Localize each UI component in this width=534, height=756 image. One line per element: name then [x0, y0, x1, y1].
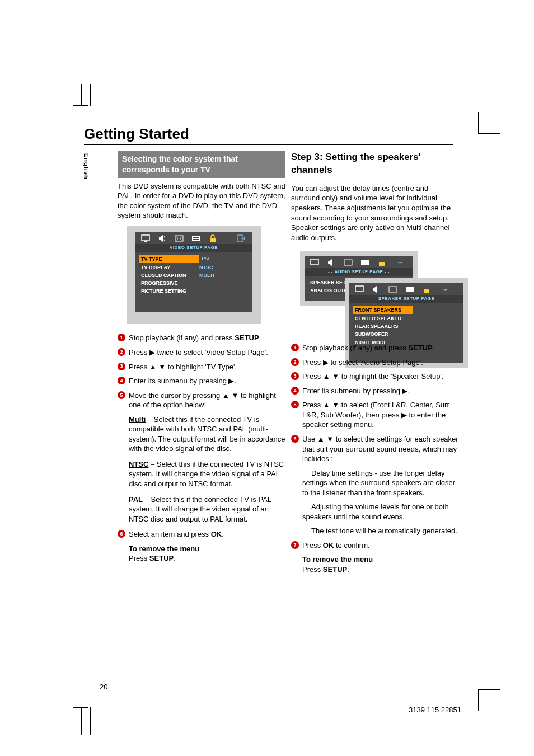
bullet-icon: 3	[291, 372, 299, 380]
right-icon: ▶	[402, 387, 407, 395]
osd-title: - - AUDIO SETUP PAGE - -	[305, 268, 413, 276]
step-text: Press	[302, 358, 323, 367]
adjust-text: Adjusting the volume levels for one or b…	[291, 502, 459, 522]
osd-label: PROGRESSIVE	[141, 280, 199, 287]
exit-icon	[394, 259, 403, 266]
option-text: – Select this if the connected TV is com…	[129, 415, 285, 453]
option-text: – Select this if the connected TV is PAL…	[129, 495, 271, 523]
osd-label: FRONT SPEAKERS	[355, 307, 401, 313]
steps-list: 1Stop playback (if any) and press SETUP.…	[118, 333, 285, 410]
crop-mark	[90, 84, 91, 106]
osd-row: TV TYPEPAL	[141, 255, 246, 264]
step-1: 1Stop playback (if any) and press SETUP.	[118, 333, 285, 343]
bullet-icon: 1	[118, 334, 125, 341]
remove-text: Press	[129, 554, 149, 562]
left-column: Selecting the color system that correspo…	[118, 151, 285, 569]
step-text: Press	[129, 348, 149, 356]
steps-list: 1Stop playback (if any) and press SETUP.…	[291, 343, 459, 463]
monitor-icon	[141, 234, 150, 242]
bullet-icon: 6	[291, 435, 299, 443]
option-label: NTSC	[129, 460, 148, 468]
updown-icon: ▲ ▼	[323, 372, 339, 381]
option-text: – Select this if the connected TV is NTS…	[129, 460, 284, 488]
osd-row: PICTURE SETTING	[141, 287, 246, 295]
step-2: 2Press ▶ to select 'Audio Setup Page'.	[291, 358, 459, 368]
step-7: 7Press OK to confirm.	[291, 541, 459, 551]
updown-icon: ▲ ▼	[317, 435, 334, 443]
bullet-icon: 2	[118, 348, 125, 356]
exit-icon	[439, 285, 448, 293]
svg-rect-5	[193, 239, 199, 240]
step-text: Enter its submenu by pressing	[302, 387, 402, 395]
step-4: 4Enter its submenu by pressing ▶.	[291, 386, 459, 396]
step-text: .	[222, 530, 224, 538]
bullet-icon: 5	[118, 391, 125, 399]
bullet-icon: 4	[118, 377, 125, 384]
osd-label: SUBWOOFER	[355, 331, 413, 337]
svg-rect-11	[379, 262, 385, 266]
osd-label: PICTURE SETTING	[141, 288, 199, 294]
osd-row: TV DISPLAYNTSC	[141, 264, 246, 271]
svg-rect-12	[355, 286, 363, 292]
svg-rect-6	[210, 238, 216, 242]
osd-value: PAL	[202, 255, 211, 263]
intro-text: This DVD system is compatible with both …	[118, 181, 285, 220]
language-tab: English	[82, 151, 91, 182]
step-text: .	[259, 334, 261, 342]
preference-icon	[405, 285, 414, 293]
step-text: Enter its submenu by pressing	[129, 377, 228, 385]
right-icon: ▶	[401, 411, 407, 419]
multi-option: Multi – Select this if the connected TV …	[118, 415, 285, 454]
step-text: Use	[302, 435, 317, 443]
osd-icon-row	[305, 256, 413, 268]
crop-mark	[73, 707, 101, 735]
step-text: to highlight the 'Speaker Setup'.	[339, 372, 443, 381]
osd-value: NTSC	[199, 264, 213, 271]
step-text: twice to select 'Video Setup Page'.	[155, 348, 268, 356]
step-text: Move the cursor by pressing	[129, 391, 222, 400]
step-heading: Step 3: Setting the speakers' channels	[291, 151, 459, 179]
osd-label: TV TYPE	[141, 256, 162, 262]
osd-row: SUBWOOFER	[355, 330, 458, 338]
preference-icon	[191, 234, 200, 242]
step-text: Select an item and press	[129, 530, 211, 538]
svg-rect-2	[175, 236, 183, 241]
exit-icon	[237, 234, 246, 242]
step-6: 6Select an item and press OK.	[118, 529, 285, 539]
video-setup-osd: - - VIDEO SETUP PAGE - - TV TYPEPAL TV D…	[127, 226, 261, 325]
speaker-icon	[158, 234, 167, 242]
remove-text: Press	[302, 565, 323, 574]
step-3: 3Press ▲ ▼ to highlight 'TV Type'.	[118, 362, 285, 372]
monitor-icon	[355, 285, 364, 293]
step-4: 4Enter its submenu by pressing ▶.	[118, 376, 285, 386]
step-text: .	[407, 387, 410, 395]
osd-row: PROGRESSIVE	[141, 279, 246, 287]
osd-row: FRONT SPEAKERS	[355, 306, 458, 314]
right-column: Step 3: Setting the speakers' channels Y…	[291, 151, 459, 580]
crop-mark	[90, 707, 91, 735]
osd-wrapper: - - AUDIO SETUP PAGE - - SPEAKER SETUP A…	[291, 248, 459, 343]
page-number: 20	[100, 683, 107, 691]
osd-body: FRONT SPEAKERS CENTER SPEAKER REAR SPEAK…	[349, 303, 463, 363]
step-text: to highlight 'TV Type'.	[166, 363, 237, 371]
lock-icon	[208, 234, 217, 242]
bullet-icon: 2	[291, 358, 299, 366]
updown-icon: ▲ ▼	[222, 391, 238, 400]
svg-rect-10	[361, 260, 369, 265]
dolby-icon	[175, 234, 184, 242]
bullet-icon: 3	[118, 363, 125, 370]
lock-icon	[422, 285, 431, 293]
osd-label: TV DISPLAY	[141, 264, 199, 271]
osd-row: CENTER SPEAKER	[355, 314, 458, 322]
ok-key: OK	[323, 541, 334, 550]
speaker-icon	[327, 259, 336, 266]
step-6: 6Use ▲ ▼ to select the settings for each…	[291, 434, 459, 464]
title-rule	[84, 144, 453, 145]
page-title: Getting Started	[84, 125, 189, 143]
osd-row: CLOSED CAPTIONMULTI	[141, 271, 246, 279]
speaker-setup-osd: - - SPEAKER SETUP PAGE - - FRONT SPEAKER…	[345, 278, 468, 368]
osd-label: CLOSED CAPTION	[141, 272, 199, 279]
ntsc-option: NTSC – Select this if the connected TV i…	[118, 459, 285, 489]
step-text: Press	[302, 541, 323, 550]
preference-icon	[360, 259, 369, 266]
